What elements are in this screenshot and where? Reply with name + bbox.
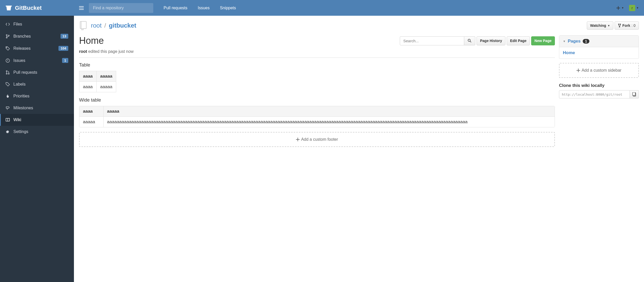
sidebar-label: Settings (13, 129, 28, 134)
repo-search-input[interactable] (89, 3, 153, 13)
repo-icon (79, 21, 87, 30)
page-link-home[interactable]: Home (563, 50, 575, 55)
breadcrumb: root / gitbucket (91, 22, 136, 29)
add-footer-button[interactable]: Add a custom footer (79, 132, 555, 147)
sidebar-item-releases[interactable]: Releases 104 (0, 42, 74, 54)
book-icon (6, 118, 10, 122)
sidebar-label: Branches (13, 34, 31, 39)
plus-icon (577, 69, 580, 72)
svg-point-17 (468, 39, 470, 42)
wiki-search-group (400, 36, 475, 45)
bucket-icon (5, 4, 12, 12)
pages-list: Home (559, 47, 639, 59)
svg-rect-23 (633, 92, 635, 96)
sidebar-item-issues[interactable]: Issues 1 (0, 54, 74, 67)
sidebar: Files Branches 13 Releases 104 Issues 1 … (0, 16, 74, 282)
svg-point-16 (619, 27, 620, 27)
editor-name: root (79, 49, 87, 54)
gear-icon (6, 130, 10, 134)
svg-point-12 (8, 73, 9, 74)
plus-icon (616, 6, 620, 10)
pages-header[interactable]: ▼ Pages 1 (559, 36, 639, 47)
nav-issues[interactable]: Issues (198, 6, 210, 10)
triangle-down-icon: ▼ (563, 40, 566, 43)
issue-icon (6, 59, 10, 63)
search-icon (468, 39, 471, 43)
sidebar-label: Milestones (13, 106, 33, 110)
caret-down-icon: ▼ (607, 24, 610, 27)
sidebar-label: Labels (13, 82, 26, 87)
svg-rect-4 (616, 8, 620, 8)
caret-down-icon: ▼ (636, 6, 639, 9)
top-right: ▼ r ▼ (616, 5, 639, 11)
flame-icon (6, 94, 10, 98)
user-menu[interactable]: r ▼ (629, 5, 639, 11)
logo-area[interactable]: GitBucket (5, 4, 74, 12)
svg-point-5 (6, 35, 7, 36)
sidebar-label: Files (13, 22, 22, 27)
sidebar-label: Priorities (13, 94, 29, 98)
svg-rect-1 (79, 8, 84, 8)
releases-count: 104 (58, 46, 68, 51)
plus-icon (296, 138, 300, 141)
wide-table-scroll[interactable]: aaaa aaaaa aaaaa aaaaaaaaaaaaaaaaaaaaaaa… (79, 106, 555, 127)
sidebar-item-branches[interactable]: Branches 13 (0, 30, 74, 42)
svg-point-8 (6, 47, 7, 48)
th: aaaa (79, 106, 104, 117)
nav-snippets[interactable]: Snippets (220, 6, 236, 10)
breadcrumb-sep: / (104, 22, 106, 29)
watching-button[interactable]: Watching ▼ (587, 21, 613, 30)
clone-group (559, 90, 639, 98)
edited-text: edited this page just now (87, 49, 134, 54)
page-actions: Page History Edit Page New Page (400, 36, 555, 45)
page-history-button[interactable]: Page History (477, 36, 505, 45)
breadcrumb-owner[interactable]: root (91, 22, 101, 29)
breadcrumb-repo[interactable]: gitbucket (109, 22, 136, 29)
sidebar-toggle[interactable] (74, 6, 89, 10)
svg-point-6 (6, 37, 7, 38)
svg-point-14 (618, 24, 619, 25)
clone-url-input[interactable] (559, 90, 630, 98)
sidebar-item-settings[interactable]: Settings (0, 126, 74, 138)
th: aaaaa (103, 106, 555, 117)
sidebar-item-files[interactable]: Files (0, 18, 74, 30)
new-page-button[interactable]: New Page (531, 36, 555, 45)
table-2: aaaa aaaaa aaaaa aaaaaaaaaaaaaaaaaaaaaaa… (79, 106, 555, 127)
add-sidebar-button[interactable]: Add a custom sidebar (559, 63, 639, 78)
fork-button[interactable]: Fork: 0 (615, 21, 639, 30)
sidebar-label: Issues (13, 58, 25, 63)
caret-down-icon: ▼ (621, 6, 624, 9)
branch-icon (6, 34, 10, 38)
sidebar-item-labels[interactable]: Labels (0, 78, 74, 90)
sidebar-label: Releases (13, 46, 31, 51)
th: aaaaa (96, 71, 116, 82)
svg-rect-19 (296, 139, 300, 140)
clone-title: Clone this wiki locally (559, 83, 639, 88)
tag-icon (6, 46, 10, 51)
svg-rect-2 (79, 9, 84, 10)
svg-rect-0 (79, 6, 84, 7)
label-icon (6, 82, 10, 86)
sidebar-item-wiki[interactable]: Wiki (0, 114, 74, 126)
sidebar-item-priorities[interactable]: Priorities (0, 90, 74, 102)
main-content: root / gitbucket Watching ▼ Fork: 0 Home (74, 16, 644, 282)
svg-point-10 (6, 71, 7, 72)
page-title: Home (79, 35, 104, 46)
branches-count: 13 (61, 34, 68, 39)
wiki-search-button[interactable] (464, 36, 475, 45)
user-avatar: r (629, 5, 635, 11)
nav-pull-requests[interactable]: Pull requests (164, 6, 188, 10)
sidebar-item-milestones[interactable]: Milestones (0, 102, 74, 114)
pr-icon (6, 70, 10, 74)
create-menu[interactable]: ▼ (616, 6, 624, 10)
edited-by: root edited this page just now (79, 49, 555, 54)
edit-page-button[interactable]: Edit Page (507, 36, 530, 45)
copy-clone-url-button[interactable] (630, 90, 639, 98)
wiki-search-input[interactable] (400, 36, 464, 45)
issues-count: 1 (62, 58, 68, 63)
clipboard-icon (632, 92, 636, 96)
sidebar-item-pull-requests[interactable]: Pull requests (0, 67, 74, 78)
pages-panel: ▼ Pages 1 Home (559, 35, 639, 59)
wide-table-heading: Wide table (79, 97, 555, 103)
code-icon (6, 22, 10, 26)
